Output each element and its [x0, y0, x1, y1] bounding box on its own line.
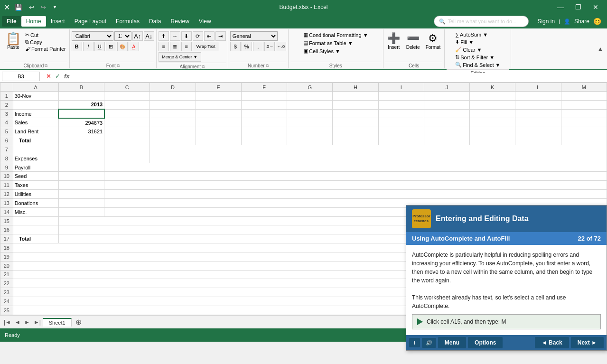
cell-k5[interactable]	[470, 127, 515, 136]
font-name-select[interactable]: Calibri	[72, 31, 113, 41]
cell-b4[interactable]: 294673	[58, 118, 104, 127]
decimal-increase-btn[interactable]: .0→	[264, 42, 275, 51]
cell-b12[interactable]	[58, 190, 104, 199]
cell-c3[interactable]	[104, 109, 150, 118]
sign-in-btn[interactable]: Sign in	[537, 18, 555, 25]
col-header-j[interactable]: J	[424, 83, 469, 92]
cell-b1[interactable]	[58, 92, 104, 101]
cell-e1[interactable]	[196, 92, 241, 101]
cell-d2[interactable]	[150, 100, 196, 109]
cell-rest-9[interactable]	[104, 163, 607, 172]
cell-h6[interactable]	[333, 136, 378, 145]
cell-f2[interactable]	[241, 100, 287, 109]
cell-m6[interactable]	[561, 136, 607, 145]
cell-i1[interactable]	[378, 92, 424, 101]
cell-m1[interactable]	[561, 92, 607, 101]
cell-e3[interactable]	[196, 109, 241, 118]
increase-font-btn[interactable]: A↑	[132, 31, 143, 41]
cell-l2[interactable]	[515, 100, 561, 109]
cell-a12[interactable]: Utilities	[13, 190, 58, 199]
formula-cancel-btn[interactable]: ✕	[44, 72, 53, 80]
menu-item-formulas[interactable]: Formulas	[111, 16, 144, 27]
accounting-btn[interactable]: $	[230, 42, 241, 51]
cell-k4[interactable]	[470, 118, 515, 127]
cell-f4[interactable]	[241, 118, 287, 127]
tell-me-box[interactable]: 🔍 Tell me what you want to do...	[434, 16, 529, 27]
formula-input[interactable]	[72, 73, 605, 80]
bold-btn[interactable]: B	[72, 42, 82, 51]
menu-item-insert[interactable]: Insert	[46, 16, 70, 27]
decimal-decrease-btn[interactable]: ←.0	[276, 42, 286, 51]
orient-btn[interactable]: ⟳	[193, 31, 203, 41]
font-size-select[interactable]: 11	[114, 31, 131, 41]
cell-b2[interactable]: 2013	[58, 100, 104, 109]
cell-l5[interactable]	[515, 127, 561, 136]
cell-b9[interactable]	[58, 163, 104, 172]
insert-btn[interactable]: ➕ Insert	[385, 31, 402, 51]
cell-b14[interactable]	[58, 207, 104, 216]
fill-color-btn[interactable]: 🎨	[117, 42, 128, 51]
cell-c6[interactable]	[104, 136, 150, 145]
cell-rest-7[interactable]	[150, 145, 607, 154]
col-header-a[interactable]: A	[13, 83, 58, 92]
cell-k3[interactable]	[470, 109, 515, 118]
font-expand[interactable]: ⧉	[117, 63, 120, 68]
cell-b11[interactable]	[58, 181, 104, 190]
quick-save[interactable]: 💾	[13, 3, 24, 12]
cell-b3[interactable]	[58, 109, 104, 118]
decrease-font-btn[interactable]: A↓	[144, 31, 154, 41]
italic-btn[interactable]: I	[83, 42, 93, 51]
cell-e2[interactable]	[196, 100, 241, 109]
sheet-nav-prev[interactable]: ◄	[13, 318, 22, 327]
cell-j5[interactable]	[424, 127, 469, 136]
cell-c5[interactable]	[104, 127, 150, 136]
cell-i6[interactable]	[378, 136, 424, 145]
quick-redo[interactable]: ↪	[39, 3, 48, 12]
cell-b13[interactable]	[58, 198, 104, 207]
col-header-b[interactable]: B	[58, 83, 104, 92]
cell-i3[interactable]	[378, 109, 424, 118]
cell-rest-10[interactable]	[104, 172, 607, 181]
cell-i4[interactable]	[378, 118, 424, 127]
cell-f3[interactable]	[241, 109, 287, 118]
close-btn[interactable]: ✕	[588, 2, 603, 12]
cell-j3[interactable]	[424, 109, 469, 118]
cell-h1[interactable]	[333, 92, 378, 101]
cell-c8[interactable]	[104, 154, 150, 163]
cell-a13[interactable]: Donations	[13, 198, 58, 207]
cell-g4[interactable]	[287, 118, 333, 127]
cell-a2[interactable]	[13, 100, 58, 109]
percent-btn[interactable]: %	[242, 42, 252, 51]
cell-j1[interactable]	[424, 92, 469, 101]
col-header-l[interactable]: L	[515, 83, 561, 92]
sheet-nav-last[interactable]: ►|	[32, 318, 43, 327]
cell-h5[interactable]	[333, 127, 378, 136]
align-right-btn[interactable]: ≡	[181, 42, 192, 51]
cell-a5[interactable]: Land Rent	[13, 127, 58, 136]
underline-btn[interactable]: U	[94, 42, 105, 51]
cell-rest-11[interactable]	[104, 181, 607, 190]
cell-h4[interactable]	[333, 118, 378, 127]
menu-item-file[interactable]: File	[2, 16, 21, 27]
formula-fn-btn[interactable]: fx	[62, 72, 72, 80]
cell-m3[interactable]	[561, 109, 607, 118]
formula-confirm-btn[interactable]: ✓	[53, 72, 62, 80]
cell-c7[interactable]	[104, 145, 150, 154]
cell-l4[interactable]	[515, 118, 561, 127]
cell-rest-8[interactable]	[150, 154, 607, 163]
cell-d1[interactable]	[150, 92, 196, 101]
menu-item-data[interactable]: Data	[144, 16, 166, 27]
cell-d4[interactable]	[150, 118, 196, 127]
cell-c1[interactable]	[104, 92, 150, 101]
cell-h2[interactable]	[333, 100, 378, 109]
cell-f6[interactable]	[241, 136, 287, 145]
align-bottom-btn[interactable]: ⬇	[181, 31, 192, 41]
cell-b8[interactable]	[58, 154, 104, 163]
comma-btn[interactable]: ,	[253, 42, 263, 51]
popup-next-btn[interactable]: Next ►	[571, 337, 604, 348]
cell-d3[interactable]	[150, 109, 196, 118]
cell-a16[interactable]	[13, 225, 58, 234]
cell-m5[interactable]	[561, 127, 607, 136]
cell-a9[interactable]: Payroll	[13, 163, 58, 172]
col-header-g[interactable]: G	[287, 83, 333, 92]
